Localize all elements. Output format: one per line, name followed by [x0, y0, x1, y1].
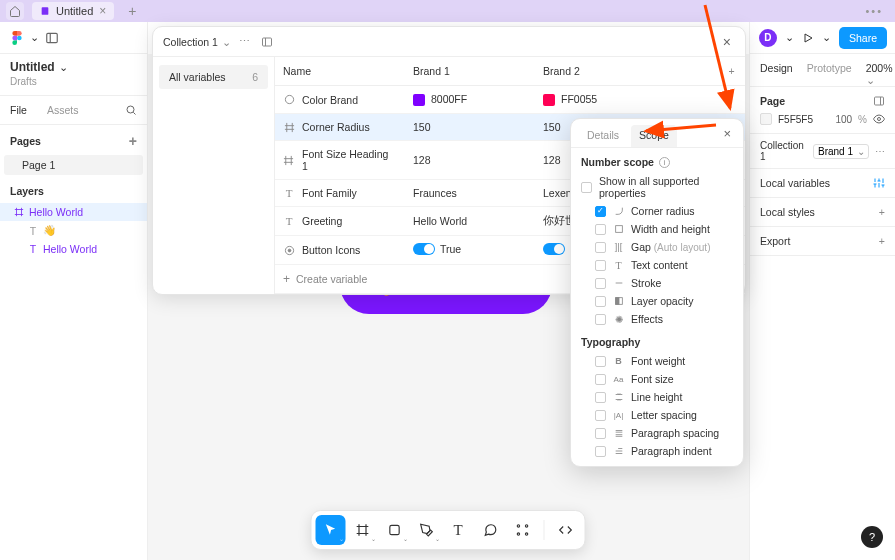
scope-option[interactable]: Layer opacity [571, 292, 743, 310]
visibility-icon[interactable] [873, 113, 885, 125]
checkbox[interactable] [595, 446, 606, 457]
add-style-icon[interactable]: + [879, 206, 885, 218]
file-location[interactable]: Drafts [0, 76, 147, 95]
file-title-chevron-icon[interactable]: ⌄ [59, 61, 68, 74]
avatar-chevron-icon[interactable]: ⌄ [785, 31, 794, 44]
toggle-switch[interactable] [543, 243, 565, 255]
share-button[interactable]: Share [839, 27, 887, 49]
add-page-button[interactable]: + [129, 133, 137, 149]
value-brand1[interactable]: True [405, 236, 535, 265]
tab-scope[interactable]: Scope [631, 125, 677, 147]
col-brand2[interactable]: Brand 2 [535, 57, 718, 86]
layer-frame[interactable]: Hello World [0, 203, 147, 221]
window-menu-button[interactable]: ••• [865, 5, 889, 17]
page-opacity[interactable]: 100 [835, 114, 852, 125]
tab-prototype[interactable]: Prototype [807, 62, 852, 86]
page-item[interactable]: Page 1 [4, 155, 143, 175]
comment-tool[interactable] [475, 515, 505, 545]
pen-tool[interactable]: ⌄ [411, 515, 441, 545]
checkbox[interactable] [595, 392, 606, 403]
local-styles-row[interactable]: Local styles + [750, 198, 895, 227]
dev-mode-toggle[interactable] [550, 515, 580, 545]
close-panel-button[interactable]: × [719, 34, 735, 50]
sidebar-toggle-icon[interactable] [261, 36, 273, 48]
checkbox[interactable] [595, 314, 606, 325]
scope-option[interactable]: ]|[ Gap (Auto layout) [571, 238, 743, 256]
checkbox[interactable] [595, 374, 606, 385]
checkbox[interactable] [595, 278, 606, 289]
help-button[interactable]: ? [861, 526, 883, 548]
scope-option[interactable]: |A| Letter spacing [571, 406, 743, 424]
export-row[interactable]: Export + [750, 227, 895, 256]
close-tab-icon[interactable]: × [99, 4, 106, 18]
checkbox[interactable] [595, 260, 606, 271]
gap-icon: ]|[ [613, 242, 624, 253]
layer-text-emoji[interactable]: T 👋 [0, 221, 147, 240]
file-tab[interactable]: Untitled × [32, 2, 114, 20]
mode-select[interactable]: Brand 1 [813, 144, 869, 159]
avatar[interactable]: D [759, 29, 777, 47]
checkbox[interactable] [595, 356, 606, 367]
present-button[interactable] [802, 32, 814, 44]
zoom-level[interactable]: 200% ⌄ [866, 62, 893, 86]
scope-option[interactable]: ✺ Effects [571, 310, 743, 328]
value-brand1[interactable]: 150 [405, 114, 535, 141]
search-icon[interactable] [115, 104, 147, 116]
page-color-value[interactable]: F5F5F5 [778, 114, 829, 125]
checkbox[interactable] [595, 428, 606, 439]
all-variables-group[interactable]: All variables 6 [159, 65, 268, 89]
scope-option[interactable]: Stroke [571, 274, 743, 292]
checkbox[interactable] [595, 224, 606, 235]
scope-show-all[interactable]: Show in all supported properties [571, 172, 743, 202]
panel-toggle-icon[interactable] [45, 31, 59, 45]
toggle-switch[interactable] [413, 243, 435, 255]
collection-menu-button[interactable]: ⋯ [239, 35, 251, 48]
present-chevron-icon[interactable]: ⌄ [822, 31, 831, 44]
tab-details[interactable]: Details [579, 125, 627, 147]
scope-option[interactable]: T Text content [571, 256, 743, 274]
scope-option[interactable]: B Font weight [571, 352, 743, 370]
value-brand1[interactable]: Hello World [405, 207, 535, 236]
scope-option[interactable]: Width and height [571, 220, 743, 238]
text-tool[interactable]: T [443, 515, 473, 545]
scope-option[interactable]: Paragraph spacing [571, 424, 743, 442]
tab-design[interactable]: Design [760, 62, 793, 86]
chevron-down-icon[interactable]: ⌄ [30, 31, 39, 44]
collection-more-icon[interactable]: ⋯ [875, 146, 885, 157]
move-tool[interactable]: ⌄ [315, 515, 345, 545]
checkbox[interactable] [595, 410, 606, 421]
sliders-icon[interactable] [873, 177, 885, 189]
main-menu-button[interactable] [10, 31, 24, 45]
value-brand2[interactable]: FF0055 [535, 86, 718, 114]
variable-row[interactable]: Color Brand 8000FF FF0055 [275, 86, 745, 114]
col-brand1[interactable]: Brand 1 [405, 57, 535, 86]
frame-tool[interactable]: ⌄ [347, 515, 377, 545]
scope-option[interactable]: Aa Font size [571, 370, 743, 388]
checkbox[interactable] [595, 206, 606, 217]
layer-text[interactable]: T Hello World [0, 240, 147, 258]
tab-file[interactable]: File [0, 104, 37, 116]
value-brand1[interactable]: 128 [405, 141, 535, 180]
scope-option[interactable]: Line height [571, 388, 743, 406]
value-brand1[interactable]: Fraunces [405, 180, 535, 207]
home-icon[interactable] [6, 2, 24, 20]
scope-option[interactable]: Corner radius [571, 202, 743, 220]
checkbox[interactable] [595, 296, 606, 307]
file-title[interactable]: Untitled [10, 60, 55, 74]
close-popover-button[interactable]: × [719, 126, 735, 147]
info-icon[interactable]: i [659, 157, 670, 168]
page-settings-icon[interactable] [873, 95, 885, 107]
collection-selector[interactable]: Collection 1⌄ [163, 36, 231, 48]
value-brand1[interactable]: 8000FF [405, 86, 535, 114]
add-mode-button[interactable]: + [718, 57, 745, 86]
shape-tool[interactable]: ⌄ [379, 515, 409, 545]
actions-tool[interactable] [507, 515, 537, 545]
add-tab-button[interactable]: + [122, 3, 142, 19]
tab-assets[interactable]: Assets [37, 104, 89, 116]
local-variables-row[interactable]: Local variables [750, 169, 895, 198]
page-color-swatch[interactable] [760, 113, 772, 125]
add-export-icon[interactable]: + [879, 235, 885, 247]
scope-option[interactable]: Paragraph indent [571, 442, 743, 460]
checkbox[interactable] [595, 242, 606, 253]
collection-name[interactable]: Collection 1 [760, 140, 807, 162]
